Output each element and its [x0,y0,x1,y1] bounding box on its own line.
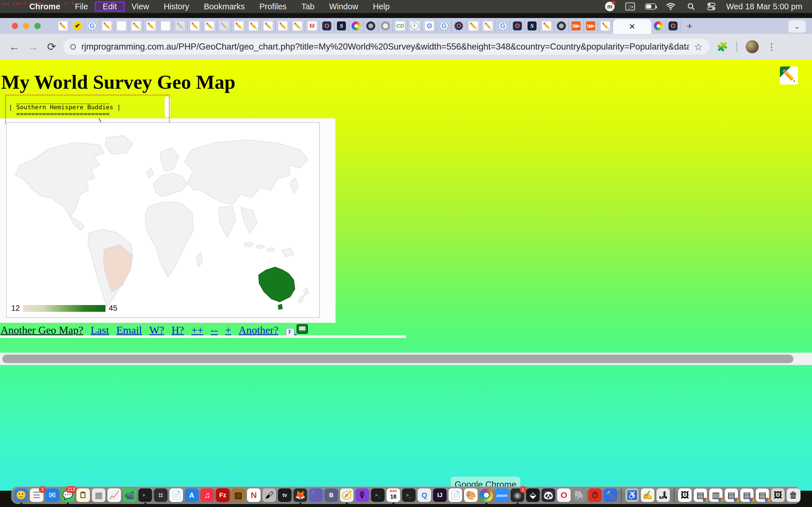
menu-item-view[interactable]: View [124,2,156,11]
extensions-icon[interactable]: 🧩 [717,41,728,52]
pinned-tab[interactable]: CD [393,20,408,32]
tab-close-icon[interactable]: ✕ [629,22,635,31]
new-tab-button[interactable]: + [680,20,699,32]
pinned-tab[interactable]: ✏️ [290,20,305,32]
menu-item-file[interactable]: File [68,2,96,11]
dock-item-bbedit[interactable]: B [324,489,338,502]
link--[interactable]: -- [211,324,218,336]
dock-item-finder[interactable]: 🙂 [14,489,28,502]
world-geochart[interactable] [7,123,320,318]
pinned-tab[interactable]: ✏️ [540,20,554,32]
dock-item-app-store[interactable]: A [185,489,199,502]
profile-avatar[interactable] [746,40,759,53]
australia-region[interactable] [259,267,295,302]
dock-item-apple-tv[interactable]: tv [278,489,292,502]
pinned-tab[interactable]: G [437,20,452,32]
dock-item-gimp[interactable]: 🖌 [262,489,276,502]
dock-item-photo-stack[interactable]: 🖼 [678,489,692,502]
dock-item-intellij[interactable]: IJ [433,489,447,502]
pinned-tab[interactable]: ✏️ [261,20,276,32]
menu-item-edit[interactable]: Edit [95,2,124,11]
dock-item-reminders[interactable]: ☰3 [30,489,43,502]
link-w-[interactable]: W? [149,324,164,336]
pinned-tab[interactable]: ✏️ [173,20,188,32]
link-another-geo-map-[interactable]: Another Geo Map? [1,324,83,336]
site-settings-icon[interactable]: ⛭ [70,42,76,52]
reload-button[interactable]: ⟳ [42,41,61,53]
pinned-tab[interactable] [651,20,666,32]
menu-bar-clock[interactable]: Wed 18 Mar 5:00 pm [726,2,802,11]
horizontal-scrollbar-thumb[interactable] [2,355,794,363]
menu-item-window[interactable]: Window [322,2,365,11]
pinned-tab[interactable]: ✏️ [202,20,217,32]
dock-item-inkscape[interactable]: ⬙ [526,489,540,502]
dock-item-textedit[interactable]: 📄 [169,489,183,502]
input-source-icon[interactable]: 三※ [625,2,636,11]
pinned-tab[interactable]: ✏️ [276,20,290,32]
dock-item-chrome[interactable] [479,489,493,502]
notepad-pencil-icon[interactable]: ✏️ [780,66,798,84]
pinned-tab[interactable]: M [305,20,320,32]
dock-item-archive-app[interactable]: ▨ [232,489,245,502]
back-button[interactable]: ← [5,41,24,53]
notification-app-icon[interactable]: m [605,2,615,11]
dock-item-opera[interactable]: O [557,489,571,502]
menu-item-chrome[interactable]: Chrome [22,2,68,11]
spotlight-icon[interactable] [686,2,696,11]
pinned-tab[interactable]: ✏️ [246,20,261,32]
pinned-tab[interactable]: ✏️ [481,20,496,32]
link--[interactable]: + [225,324,231,336]
battery-icon[interactable] [645,2,656,11]
pinned-tab[interactable]: ✏️ [56,20,70,32]
tab-search-button[interactable]: ⌄ [788,20,806,33]
pinned-tab[interactable]: ✏️ [129,20,144,32]
pinned-tab[interactable]: S [525,20,540,32]
dock-item-messages[interactable]: 💬213 [61,489,74,502]
window-minimize-button[interactable] [23,23,29,29]
dock-item-news[interactable]: N [247,489,260,502]
dock-item-quicktime[interactable]: Q [417,489,431,502]
horizontal-scrollbar-track[interactable] [0,353,812,365]
pinned-tab[interactable] [349,20,364,32]
window-close-button[interactable] [12,23,18,29]
dock-item-panda-app[interactable]: 🐼 [542,489,555,502]
pinned-tab[interactable]: ⋙ [583,20,598,32]
menu-item-profiles[interactable]: Profiles [252,2,294,11]
control-center-icon[interactable] [706,2,717,11]
pinned-tab[interactable] [158,20,173,32]
dock-item-notes[interactable]: 🗒 [77,489,90,502]
menu-item-history[interactable]: History [156,2,197,11]
pinned-tab[interactable]: ✔ [70,20,85,32]
dock-item-preview-doc[interactable]: 📄 [449,489,462,502]
window-zoom-button[interactable] [35,23,41,29]
pinned-tab[interactable]: ✏️ [466,20,481,32]
dock-item-music[interactable]: ♫ [200,489,214,502]
bookmark-star-icon[interactable]: ☆ [694,41,703,52]
link-another-[interactable]: Another? [239,324,278,336]
link-email[interactable]: Email [116,324,142,336]
pinned-tab[interactable] [364,20,378,32]
dock-item-mail[interactable]: ✉ [45,489,59,502]
pinned-tab[interactable]: S [335,20,349,32]
pinned-tab[interactable]: ✏️ [188,20,202,32]
dock-item-min-window-2[interactable]: ▥ [709,489,723,502]
pinned-tab[interactable]: O [510,20,525,32]
dock-item-zoom[interactable]: zoom [495,489,509,502]
dock-item-podcasts[interactable]: 🎙 [356,489,369,502]
dock-item-safari[interactable]: 🧭 [340,489,354,502]
wifi-icon[interactable] [665,2,676,11]
dock-item-xcode[interactable]: 🔨 [604,489,617,502]
link-last[interactable]: Last [91,324,109,336]
dock-item-terminal-exec[interactable]: >_ [139,489,152,502]
pinned-tab[interactable]: O [452,20,466,32]
pinned-tab[interactable]: O [666,20,680,32]
dock-item-firefox[interactable]: 🦊 [294,489,307,502]
pinned-tab[interactable]: 🕘 [408,20,422,32]
menu-item-help[interactable]: Help [366,2,397,11]
pinned-tab[interactable] [554,20,569,32]
dock-item-launchpad[interactable]: ▦ [92,489,105,502]
dock-item-photos-tile[interactable]: 🏞 [656,489,670,502]
dock-item-calculator[interactable]: ⌗ [154,489,167,502]
pinned-tab[interactable]: ✏️ [217,20,232,32]
pinned-tab[interactable]: ✏️ [598,20,613,32]
